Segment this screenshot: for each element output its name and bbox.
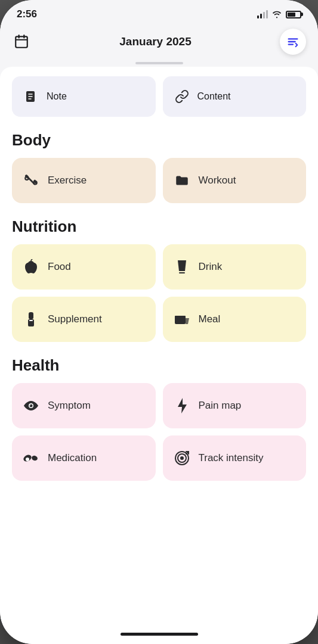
status-icons (257, 10, 301, 18)
note-icon (21, 87, 41, 106)
health-grid: Symptom Pain map (12, 383, 306, 481)
body-grid: Exercise Workout (12, 158, 306, 203)
drag-indicator (135, 62, 183, 64)
meal-icon (172, 310, 192, 329)
exercise-label: Exercise (48, 175, 87, 186)
signal-icon (257, 10, 268, 18)
svg-rect-20 (175, 316, 186, 318)
home-bar (121, 633, 198, 636)
link-icon (172, 87, 192, 106)
svg-point-28 (180, 456, 184, 460)
folder-icon (172, 171, 192, 190)
exercise-card[interactable]: Exercise (12, 158, 156, 203)
body-section-title: Body (12, 131, 306, 150)
workout-card[interactable]: Workout (163, 158, 307, 203)
pill-icon (21, 449, 41, 468)
edit-button[interactable] (280, 29, 306, 55)
svg-rect-18 (29, 320, 33, 321)
svg-rect-15 (179, 272, 185, 273)
health-section-title: Health (12, 356, 306, 375)
status-bar: 2:56 (0, 0, 318, 24)
apple-icon (21, 257, 41, 276)
food-label: Food (48, 261, 71, 273)
home-indicator (0, 624, 318, 644)
workout-label: Workout (199, 175, 236, 186)
pain-map-card[interactable]: Pain map (163, 383, 307, 428)
battery-icon (286, 11, 301, 18)
medication-label: Medication (48, 452, 97, 464)
drink-card[interactable]: Drink (163, 244, 307, 290)
meal-label: Meal (199, 313, 221, 325)
page-title: January 2025 (119, 35, 191, 48)
phone-screen: 2:56 (0, 0, 318, 644)
header: January 2025 (0, 24, 318, 62)
pain-map-label: Pain map (199, 400, 242, 412)
svg-point-25 (26, 458, 29, 461)
svg-rect-16 (29, 312, 33, 319)
glass-icon (172, 257, 192, 276)
nutrition-section-title: Nutrition (12, 217, 306, 236)
symptom-label: Symptom (48, 400, 91, 412)
bolt-icon (172, 396, 192, 415)
calendar-icon[interactable] (12, 32, 31, 51)
nutrition-grid: Food Drink (12, 244, 306, 342)
target-icon (172, 449, 192, 468)
note-card[interactable]: Note (12, 76, 156, 117)
drink-label: Drink (199, 261, 223, 273)
supplement-label: Supplement (48, 313, 102, 325)
top-actions: Note Content (12, 76, 306, 117)
medication-card[interactable]: Medication (12, 435, 156, 481)
track-intensity-card[interactable]: Track intensity (163, 435, 307, 481)
wifi-icon (271, 10, 282, 18)
symptom-card[interactable]: Symptom (12, 383, 156, 428)
phone-frame: 2:56 (0, 0, 318, 644)
dumbbell-icon (21, 171, 41, 190)
supplement-icon (21, 310, 41, 329)
main-content: Note Content Body (0, 67, 318, 624)
supplement-card[interactable]: Supplement (12, 297, 156, 342)
svg-rect-0 (16, 36, 27, 47)
note-label: Note (47, 91, 67, 102)
status-time: 2:56 (17, 8, 37, 20)
eye-icon (21, 396, 41, 415)
track-intensity-label: Track intensity (199, 452, 264, 464)
svg-point-13 (25, 177, 28, 180)
svg-point-24 (31, 455, 38, 462)
content-label: Content (197, 91, 231, 102)
food-card[interactable]: Food (12, 244, 156, 290)
content-card[interactable]: Content (163, 76, 307, 117)
meal-card[interactable]: Meal (163, 297, 307, 342)
